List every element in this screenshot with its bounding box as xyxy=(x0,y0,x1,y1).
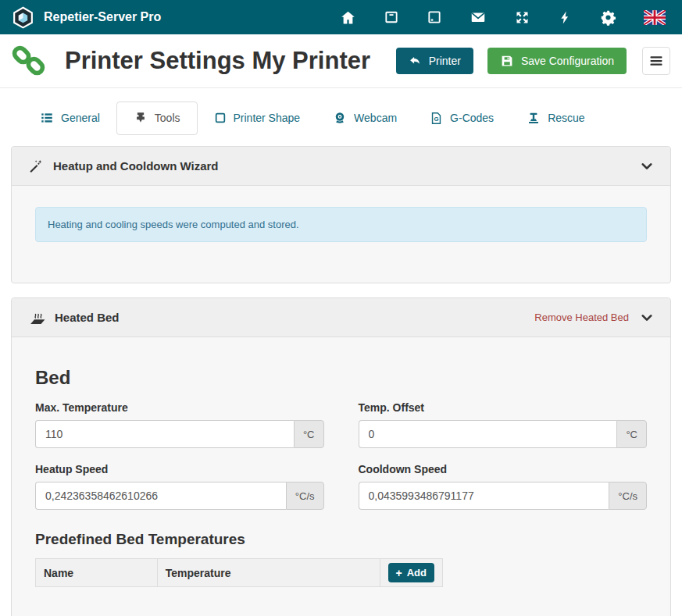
brand-title: Repetier-Server Pro xyxy=(44,10,161,24)
svg-text:G: G xyxy=(434,115,439,122)
temp-offset-input[interactable] xyxy=(359,420,617,448)
link-chain-icon xyxy=(11,43,46,78)
save-icon xyxy=(500,54,514,68)
heated-bed-panel: Heated Bed Remove Heated Bed Bed Max. Te… xyxy=(11,297,671,616)
magic-wand-icon xyxy=(28,158,43,173)
navbar-icons xyxy=(340,9,670,26)
field-label: Max. Temperature xyxy=(35,401,324,414)
fullscreen-icon[interactable] xyxy=(514,9,530,26)
column-header-name: Name xyxy=(36,559,158,587)
tab-label: Printer Shape xyxy=(234,112,301,124)
navbar: Repetier-Server Pro xyxy=(0,0,682,34)
heated-bed-panel-header[interactable]: Heated Bed Remove Heated Bed xyxy=(12,298,670,337)
field-label: Cooldown Speed xyxy=(359,463,648,475)
tab-label: General xyxy=(61,112,100,124)
rescue-icon xyxy=(527,111,541,125)
tab-label: Webcam xyxy=(354,112,397,124)
table-header-row: Name Temperature + Add xyxy=(36,559,443,587)
tab-printer-shape[interactable]: Printer Shape xyxy=(198,101,317,135)
back-arrow-icon xyxy=(409,54,422,67)
tab-tools[interactable]: Tools xyxy=(116,101,198,135)
save-configuration-button[interactable]: Save Configuration xyxy=(487,48,627,74)
plus-icon: + xyxy=(396,568,402,579)
field-label: Temp. Offset xyxy=(359,401,648,414)
predefined-temperatures-table: Name Temperature + Add xyxy=(35,558,443,587)
field-label: Heatup Speed xyxy=(35,463,324,475)
language-flag-icon[interactable] xyxy=(644,10,666,25)
messages-icon[interactable] xyxy=(470,9,487,26)
heatup-speed-input[interactable] xyxy=(35,482,286,510)
wizard-panel-title: Heatup and Cooldown Wizard xyxy=(53,159,219,173)
chevron-down-icon[interactable] xyxy=(640,311,654,325)
chevron-down-icon[interactable] xyxy=(640,159,654,173)
wizard-panel-body: Heating and cooling speeds were computed… xyxy=(12,186,670,283)
field-max-temperature: Max. Temperature °C xyxy=(35,401,324,448)
cooldown-speed-input[interactable] xyxy=(359,482,609,510)
predefined-bed-temperatures-title: Predefined Bed Temperatures xyxy=(35,531,647,548)
heatup-cooldown-wizard-panel: Heatup and Cooldown Wizard Heating and c… xyxy=(11,146,671,283)
home-icon[interactable] xyxy=(340,9,356,26)
unit-addon: °C/s xyxy=(609,482,647,510)
field-cooldown-speed: Cooldown Speed °C/s xyxy=(359,463,648,510)
printers-icon[interactable] xyxy=(384,9,399,25)
max-temperature-input[interactable] xyxy=(35,420,294,448)
tab-label: Tools xyxy=(155,112,180,124)
table-action-cell: + Add xyxy=(380,559,442,587)
add-temperature-button[interactable]: + Add xyxy=(388,563,434,582)
extruder-icon xyxy=(134,111,148,125)
tab-webcam[interactable]: Webcam xyxy=(316,101,413,135)
heated-bed-panel-title: Heated Bed xyxy=(55,311,120,324)
square-outline-icon xyxy=(214,112,227,124)
field-heatup-speed: Heatup Speed °C/s xyxy=(35,463,324,510)
unit-addon: °C xyxy=(616,420,647,448)
header-buttons: Printer Save Configuration xyxy=(396,47,670,75)
wizard-panel-header[interactable]: Heatup and Cooldown Wizard xyxy=(12,147,670,186)
bed-fields: Max. Temperature °C Temp. Offset °C Heat… xyxy=(35,401,647,510)
column-header-temperature: Temperature xyxy=(157,559,380,587)
touchscreen-icon[interactable] xyxy=(427,9,442,25)
remove-heated-bed-link[interactable]: Remove Heated Bed xyxy=(534,312,629,323)
settings-tabs: General Tools Printer Shape Webcam G G-C… xyxy=(0,101,682,135)
heated-bed-panel-body: Bed Max. Temperature °C Temp. Offset °C … xyxy=(12,337,670,616)
gear-icon[interactable] xyxy=(600,9,616,26)
field-temp-offset: Temp. Offset °C xyxy=(359,401,648,448)
add-button-label: Add xyxy=(407,567,427,579)
tab-label: G-Codes xyxy=(450,112,494,124)
webcam-icon xyxy=(333,111,347,125)
wizard-status-message: Heating and cooling speeds were computed… xyxy=(35,207,647,242)
save-button-label: Save Configuration xyxy=(521,55,614,67)
brand[interactable]: Repetier-Server Pro xyxy=(12,6,161,29)
tab-gcodes[interactable]: G G-Codes xyxy=(413,101,510,135)
list-icon xyxy=(40,111,54,125)
hamburger-icon xyxy=(648,53,664,69)
printer-button[interactable]: Printer xyxy=(396,48,473,74)
printer-button-label: Printer xyxy=(429,55,461,67)
tab-rescue[interactable]: Rescue xyxy=(510,101,601,135)
page-header: Printer Settings My Printer Printer Save… xyxy=(0,34,682,88)
menu-button[interactable] xyxy=(642,47,670,75)
tab-general[interactable]: General xyxy=(23,101,116,135)
bed-section-title: Bed xyxy=(35,337,647,389)
unit-addon: °C/s xyxy=(286,482,324,510)
gcode-file-icon: G xyxy=(430,112,443,125)
page-title: Printer Settings My Printer xyxy=(65,47,370,75)
unit-addon: °C xyxy=(294,420,324,448)
tab-label: Rescue xyxy=(548,112,584,124)
heated-bed-icon xyxy=(28,309,48,326)
quick-actions-icon[interactable] xyxy=(558,10,573,25)
repetier-logo-icon xyxy=(12,6,34,29)
